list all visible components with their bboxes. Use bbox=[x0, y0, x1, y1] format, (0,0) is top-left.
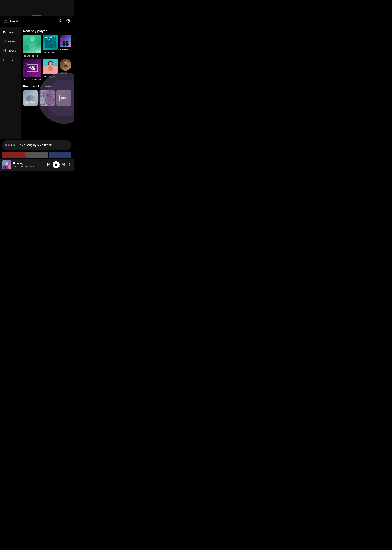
sidebar-item-browse[interactable]: Browse bbox=[0, 46, 21, 56]
podcast3-line2: IPSUM. bbox=[61, 98, 67, 100]
svg-point-67 bbox=[70, 163, 70, 163]
main-layout: Home Recents bbox=[0, 27, 74, 139]
sidebar-browse-label: Browse bbox=[8, 49, 16, 52]
dot-yellow bbox=[11, 144, 13, 146]
play-pause-button[interactable] bbox=[53, 161, 60, 168]
now-playing-info: Flowing 0:18 / 2:37 • Sasha Ko bbox=[13, 162, 44, 168]
svg-point-57 bbox=[5, 162, 8, 165]
podcast3-art: LOREM IPSUM. bbox=[56, 91, 71, 106]
pause-icon bbox=[55, 163, 58, 166]
library-icon bbox=[2, 58, 6, 63]
sidebar-item-home[interactable]: Home bbox=[0, 27, 21, 37]
svg-rect-64 bbox=[56, 164, 57, 166]
featured-podcasts-grid: CREATIVE bbox=[23, 91, 71, 106]
svg-point-69 bbox=[70, 165, 70, 166]
skip-back-icon bbox=[47, 162, 50, 166]
svg-point-60 bbox=[4, 167, 5, 168]
svg-marker-65 bbox=[63, 163, 64, 166]
more-dots-icon bbox=[68, 162, 71, 166]
sidebar-item-recents[interactable]: Recents bbox=[0, 37, 21, 46]
recents-svg bbox=[2, 39, 6, 43]
podcast3-text-box: LOREM IPSUM. bbox=[59, 95, 69, 101]
app-logo-icon: 🎵 bbox=[3, 19, 8, 24]
skip-forward-icon bbox=[62, 162, 65, 166]
browse-icon bbox=[2, 49, 6, 53]
player-controls bbox=[46, 161, 66, 168]
svg-rect-6 bbox=[3, 49, 6, 52]
more-options-button[interactable] bbox=[68, 162, 71, 167]
svg-point-68 bbox=[70, 164, 70, 165]
sidebar-home-label: Home bbox=[8, 31, 14, 33]
app-container: 🎵 Aural bbox=[0, 16, 74, 171]
bottom-tab-red[interactable] bbox=[2, 152, 25, 158]
sidebar: Home Recents bbox=[0, 27, 21, 139]
browse-svg bbox=[2, 49, 6, 52]
dot-blue bbox=[5, 144, 7, 146]
now-playing-bar: Flowing 0:18 / 2:37 • Sasha Ko bbox=[0, 159, 74, 171]
podcast-image-3: LOREM IPSUM. bbox=[56, 91, 71, 106]
svg-point-7 bbox=[4, 50, 5, 51]
podcast3-line1: LOREM bbox=[61, 96, 67, 98]
home-icon bbox=[2, 30, 6, 34]
svg-rect-63 bbox=[55, 164, 56, 166]
podcast-card-3[interactable]: LOREM IPSUM. bbox=[56, 91, 71, 106]
sidebar-item-library[interactable]: Library bbox=[0, 56, 21, 65]
now-playing-title: Flowing bbox=[13, 162, 44, 165]
svg-marker-61 bbox=[48, 163, 49, 166]
dot-red bbox=[8, 144, 10, 146]
skip-back-button[interactable] bbox=[46, 162, 51, 168]
app-title: Aural bbox=[9, 19, 18, 23]
sidebar-recents-label: Recents bbox=[8, 40, 16, 43]
weeknd-text-box: LOREM IPSUM. bbox=[27, 64, 38, 72]
recents-icon bbox=[2, 39, 6, 43]
now-playing-thumbnail[interactable] bbox=[2, 160, 11, 169]
now-playing-art bbox=[2, 160, 11, 169]
skip-forward-button[interactable] bbox=[61, 162, 66, 168]
sidebar-library-label: Library bbox=[8, 59, 15, 62]
content-area: Recently played bbox=[21, 27, 74, 139]
voice-dots bbox=[5, 144, 15, 146]
home-svg bbox=[2, 30, 6, 33]
weeknd-line1: LOREM bbox=[29, 66, 35, 68]
svg-text:🎵: 🎵 bbox=[4, 19, 8, 23]
weeknd-line2: IPSUM. bbox=[29, 68, 35, 70]
now-playing-subtitle: 0:18 / 2:37 • Sasha Ko bbox=[13, 165, 44, 168]
dot-green bbox=[13, 144, 15, 146]
library-svg bbox=[2, 58, 6, 62]
